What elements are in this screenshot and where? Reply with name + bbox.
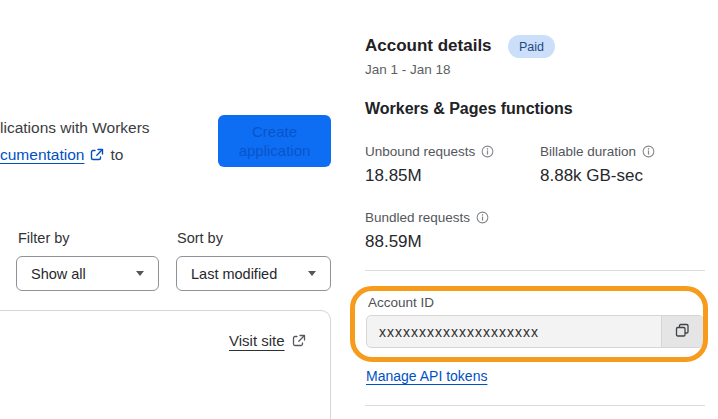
project-card <box>0 310 331 419</box>
manage-api-tokens-link[interactable]: Manage API tokens <box>366 368 487 384</box>
metric-label-text: Billable duration <box>540 144 636 159</box>
info-icon[interactable] <box>642 145 655 158</box>
create-application-button[interactable]: Create application <box>218 115 331 167</box>
account-id-input[interactable] <box>367 316 661 347</box>
filter-dropdown[interactable]: Show all <box>16 256 159 291</box>
workers-pages-functions-heading: Workers & Pages functions <box>365 100 573 118</box>
sort-by-label: Sort by <box>177 230 223 246</box>
filter-by-label: Filter by <box>18 230 70 246</box>
paid-plan-badge: Paid <box>508 35 555 58</box>
metric-label-text: Bundled requests <box>365 210 470 225</box>
external-link-icon <box>90 148 104 162</box>
metric-value-billable-duration: 8.88k GB-sec <box>540 166 643 186</box>
visit-site-label: Visit site <box>229 332 285 349</box>
copy-account-id-button[interactable] <box>661 316 703 347</box>
chevron-down-icon <box>136 271 144 276</box>
chevron-down-icon <box>308 271 316 276</box>
external-link-icon <box>292 334 306 348</box>
metric-value-unbound-requests: 18.85M <box>365 166 422 186</box>
visit-site-link[interactable]: Visit site <box>229 332 306 349</box>
intro-tail: to <box>110 141 123 168</box>
info-icon[interactable] <box>481 145 494 158</box>
metric-label-text: Unbound requests <box>365 144 475 159</box>
info-icon[interactable] <box>476 211 489 224</box>
filter-dropdown-value: Show all <box>31 266 86 282</box>
account-id-field-group <box>366 315 704 348</box>
divider <box>365 270 705 271</box>
sort-dropdown[interactable]: Last modified <box>176 256 331 291</box>
intro-text: lications with Workers cumentation to <box>0 114 215 168</box>
metric-label-unbound-requests: Unbound requests <box>365 144 494 159</box>
copy-icon <box>675 323 690 341</box>
sort-dropdown-value: Last modified <box>191 266 277 282</box>
metric-value-bundled-requests: 88.59M <box>365 232 422 252</box>
metric-label-bundled-requests: Bundled requests <box>365 210 489 225</box>
documentation-link[interactable]: cumentation <box>0 141 84 168</box>
intro-line1: lications with Workers <box>0 114 215 141</box>
account-id-label: Account ID <box>368 295 434 310</box>
account-details-title: Account details <box>365 36 492 56</box>
divider <box>365 405 705 406</box>
metric-label-billable-duration: Billable duration <box>540 144 655 159</box>
date-range: Jan 1 - Jan 18 <box>365 62 451 77</box>
